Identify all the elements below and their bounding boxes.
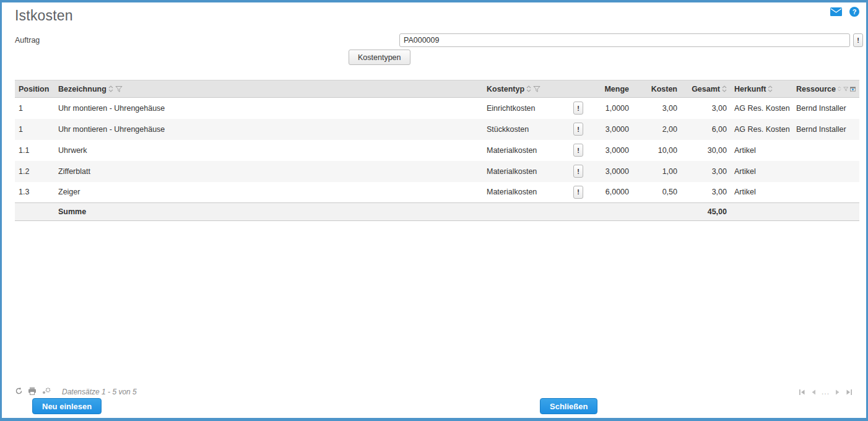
table-body: 1 Uhr montieren - Uhrengehäuse Einrichtk… — [15, 98, 859, 203]
table-row[interactable]: 1.2 Zifferblatt Materialkosten ! 3,0000 … — [15, 161, 859, 182]
cell-kostentyp: Materialkosten — [483, 182, 570, 203]
cell-bezeichnung: Uhrwerk — [54, 140, 483, 161]
kostentypen-button[interactable]: Kostentypen — [349, 50, 410, 65]
filter-icon[interactable] — [115, 86, 123, 92]
column-header-bezeichnung[interactable]: Bezeichnung — [54, 80, 483, 98]
sort-icon — [526, 85, 531, 92]
table-header-row: Position Bezeichnung Kostentyp Menge Kos… — [15, 80, 859, 98]
cell-herkunft: AG Res. Kosten — [731, 98, 792, 119]
cell-ressource: Bernd Installer — [792, 119, 859, 140]
row-detail-button[interactable]: ! — [573, 165, 583, 178]
sort-icon — [768, 85, 773, 92]
auftrag-lookup-button[interactable]: ! — [853, 33, 863, 47]
pagination-next-button[interactable] — [835, 389, 840, 396]
cell-kostentyp: Einrichtkosten — [483, 98, 570, 119]
cell-position: 1.1 — [15, 140, 54, 161]
cell-gesamt: 30,00 — [681, 140, 731, 161]
page-title: Istkosten — [15, 7, 73, 24]
row-detail-button[interactable]: ! — [573, 186, 583, 199]
pagination: ... — [799, 388, 853, 396]
table-row[interactable]: 1 Uhr montieren - Uhrengehäuse Stückkost… — [15, 119, 859, 140]
row-detail-button[interactable]: ! — [573, 144, 583, 157]
cell-gesamt: 3,00 — [681, 182, 731, 203]
cell-position: 1.3 — [15, 182, 54, 203]
cell-kostentyp: Materialkosten — [483, 161, 570, 182]
table-row[interactable]: 1.1 Uhrwerk Materialkosten ! 3,0000 10,0… — [15, 140, 859, 161]
cell-herkunft: Artikel — [731, 140, 792, 161]
column-header-herkunft[interactable]: Herkunft — [731, 80, 792, 98]
schliessen-button[interactable]: Schließen — [540, 398, 597, 414]
cell-kostentyp: Materialkosten — [483, 140, 570, 161]
auftrag-input[interactable] — [399, 33, 850, 47]
cell-kosten: 3,00 — [633, 98, 681, 119]
auftrag-form-row: Auftrag ! — [2, 33, 866, 47]
cell-menge: 3,0000 — [591, 119, 633, 140]
print-icon[interactable] — [28, 387, 37, 395]
row-detail-button[interactable]: ! — [573, 102, 583, 115]
help-icon[interactable]: ? — [849, 7, 859, 17]
cell-kosten: 10,00 — [633, 140, 681, 161]
records-count-text: Datensätze 1 - 5 von 5 — [62, 388, 137, 396]
cell-ressource: Bernd Installer — [792, 98, 859, 119]
cell-gesamt: 3,00 — [681, 161, 731, 182]
cell-gesamt: 6,00 — [681, 119, 731, 140]
cell-kosten: 1,00 — [633, 161, 681, 182]
gears-icon[interactable] — [41, 388, 51, 394]
cell-ressource — [792, 182, 859, 203]
sort-icon — [722, 85, 727, 92]
sort-icon — [108, 85, 113, 92]
cell-position: 1 — [15, 98, 54, 119]
column-header-menge[interactable]: Menge — [591, 80, 633, 98]
table-row[interactable]: 1 Uhr montieren - Uhrengehäuse Einrichtk… — [15, 98, 859, 119]
summe-gesamt-value: 45,00 — [681, 203, 731, 221]
table-layout-icon[interactable] — [850, 85, 856, 93]
column-header-ressource[interactable]: Ressource — [792, 80, 859, 98]
cell-position: 1.2 — [15, 161, 54, 182]
cell-bezeichnung: Zifferblatt — [54, 161, 483, 182]
column-header-gesamt[interactable]: Gesamt — [681, 80, 731, 98]
column-header-kosten[interactable]: Kosten — [633, 80, 681, 98]
cell-menge: 3,0000 — [591, 161, 633, 182]
pagination-prev-button[interactable] — [811, 389, 816, 396]
filter-icon[interactable] — [843, 86, 848, 92]
footer-toolbar — [15, 387, 51, 395]
column-header-detail — [570, 80, 591, 98]
row-detail-button[interactable]: ! — [573, 123, 583, 136]
summe-row: Summe 45,00 — [15, 203, 859, 221]
pagination-first-button[interactable] — [799, 389, 805, 396]
pagination-last-button[interactable] — [846, 389, 853, 396]
sort-icon — [838, 85, 841, 92]
cell-herkunft: Artikel — [731, 161, 792, 182]
refresh-icon[interactable] — [15, 387, 23, 395]
cell-kosten: 0,50 — [633, 182, 681, 203]
cell-herkunft: Artikel — [731, 182, 792, 203]
table-row[interactable]: 1.3 Zeiger Materialkosten ! 6,0000 0,50 … — [15, 182, 859, 203]
cell-kosten: 2,00 — [633, 119, 681, 140]
auftrag-label: Auftrag — [15, 36, 40, 45]
column-header-position[interactable]: Position — [15, 80, 54, 98]
filter-icon[interactable] — [533, 86, 540, 92]
cell-menge: 3,0000 — [591, 140, 633, 161]
cell-bezeichnung: Zeiger — [54, 182, 483, 203]
neu-einlesen-button[interactable]: Neu einlesen — [32, 398, 102, 414]
cell-bezeichnung: Uhr montieren - Uhrengehäuse — [54, 119, 483, 140]
pagination-ellipsis[interactable]: ... — [822, 388, 830, 396]
summe-label: Summe — [54, 203, 483, 221]
cell-ressource — [792, 161, 859, 182]
cell-bezeichnung: Uhr montieren - Uhrengehäuse — [54, 98, 483, 119]
cell-kostentyp: Stückkosten — [483, 119, 570, 140]
mail-icon[interactable] — [830, 7, 842, 16]
topbar-icons: ? — [830, 7, 859, 17]
istkosten-window: Istkosten ? Auftrag ! Kostentypen Positi… — [0, 0, 868, 421]
cell-menge: 6,0000 — [591, 182, 633, 203]
cell-gesamt: 3,00 — [681, 98, 731, 119]
cell-ressource — [792, 140, 859, 161]
cell-position: 1 — [15, 119, 54, 140]
istkosten-table: Position Bezeichnung Kostentyp Menge Kos… — [15, 80, 859, 221]
column-header-kostentyp[interactable]: Kostentyp — [483, 80, 570, 98]
cell-menge: 1,0000 — [591, 98, 633, 119]
cell-herkunft: AG Res. Kosten — [731, 119, 792, 140]
